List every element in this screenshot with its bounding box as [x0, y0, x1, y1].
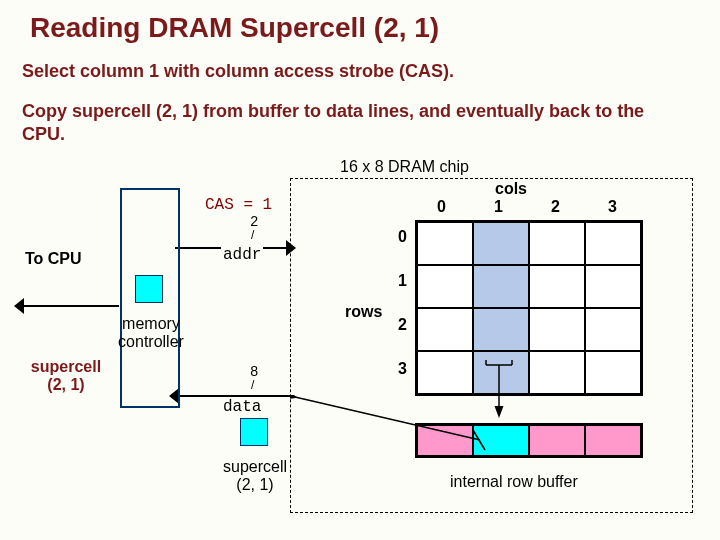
dram-grid: [415, 220, 643, 396]
addr-bus-tick-icon: /: [251, 228, 254, 242]
cell-1-1: [473, 265, 529, 308]
to-cpu-arrow-icon: [14, 298, 24, 314]
cell-0-1: [473, 222, 529, 265]
to-cpu-label: To CPU: [25, 250, 82, 268]
chip-label: 16 x 8 DRAM chip: [340, 158, 469, 176]
supercell-left-label: supercell (2, 1): [26, 358, 106, 393]
rowbuf-cell-2: [529, 425, 585, 456]
cols-label: cols: [495, 180, 527, 198]
rows-label: rows: [345, 303, 382, 321]
memory-controller-label: memory controller: [106, 315, 196, 350]
col-number-2: 2: [551, 198, 560, 216]
svg-line-5: [473, 430, 485, 450]
step-text-2: Copy supercell (2, 1) from buffer to dat…: [22, 100, 662, 145]
cell-3-0: [417, 351, 473, 394]
cell-2-3: [585, 308, 641, 351]
supercell-data-label: supercell (2, 1): [215, 458, 295, 493]
data-bus-line: [175, 395, 290, 397]
rowbuf-cell-3: [585, 425, 641, 456]
cell-1-0: [417, 265, 473, 308]
cell-1-2: [529, 265, 585, 308]
cell-0-3: [585, 222, 641, 265]
cell-3-2: [529, 351, 585, 394]
row-number-3: 3: [398, 360, 407, 378]
supercell-in-controller-icon: [135, 275, 163, 303]
cell-2-1: [473, 308, 529, 351]
cell-0-2: [529, 222, 585, 265]
supercell-on-data-bus-icon: [240, 418, 268, 446]
step-text-1: Select column 1 with column access strob…: [22, 60, 454, 83]
cell-0-0: [417, 222, 473, 265]
cell-2-0: [417, 308, 473, 351]
cell-2-2: [529, 308, 585, 351]
addr-bus-label: addr: [221, 246, 263, 264]
row-buffer-label: internal row buffer: [450, 473, 578, 491]
svg-line-4: [295, 397, 480, 440]
data-bus-tick-icon: /: [251, 378, 254, 392]
row-number-2: 2: [398, 316, 407, 334]
data-bus-label: data: [221, 398, 263, 416]
cell-3-3: [585, 351, 641, 394]
cas-signal-label: CAS = 1: [205, 196, 272, 214]
cell-1-3: [585, 265, 641, 308]
row-number-1: 1: [398, 272, 407, 290]
slide-title: Reading DRAM Supercell (2, 1): [30, 12, 439, 44]
buffer-to-data-arrow-icon: [290, 395, 490, 459]
row-number-0: 0: [398, 228, 407, 246]
addr-bus-arrow-icon: [286, 240, 296, 256]
col-number-1: 1: [494, 198, 503, 216]
col-number-0: 0: [437, 198, 446, 216]
to-cpu-line: [19, 305, 119, 307]
col-number-3: 3: [608, 198, 617, 216]
